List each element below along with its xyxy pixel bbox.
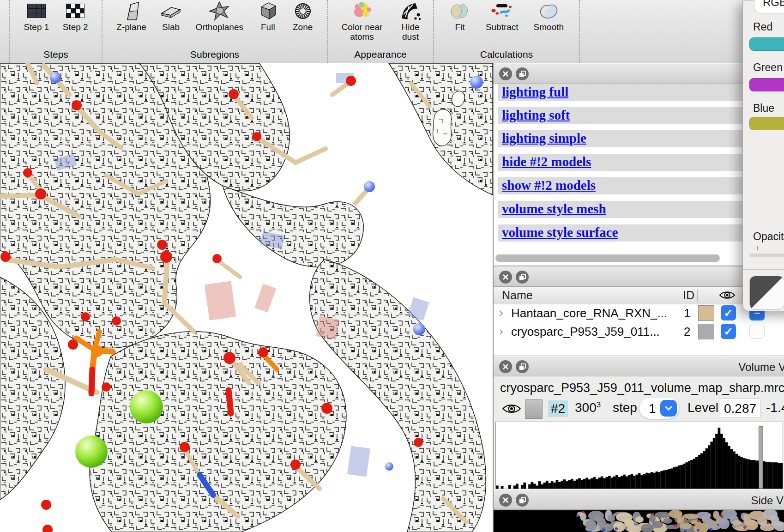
zplane-button[interactable]: Z-plane [116,1,146,32]
section-label-steps: Steps [10,49,102,63]
right-panel-column: lighting full lighting soft lighting sim… [493,63,784,532]
zone-ring-icon [293,1,313,21]
model-name: cryosparc_P953_J59_011... [511,325,660,339]
blue-slider[interactable] [749,117,784,130]
models-panel-titlebar [494,266,784,287]
link-volume-style-surface[interactable]: volume style surface [502,225,618,240]
opacity-label: Opacit [753,230,784,243]
plane-icon [121,1,142,21]
close-icon[interactable] [499,271,512,284]
grid-checker-icon [65,1,85,21]
models-table-header: Name ID [494,287,784,304]
volume-viewer-titlebar: Volume V [494,356,784,376]
blue-label: Blue [753,102,774,115]
id-column-header[interactable]: ID [683,289,694,302]
section-label-calculations: Calculations [434,49,579,63]
opacity-tick [757,246,758,250]
link-lighting-simple[interactable]: lighting simple [502,131,586,146]
density-histogram-box [495,422,783,489]
section-label-appearance: Appearance [328,49,433,63]
section-label-subregions: Subregions [103,49,327,63]
panel-title: Volume V [738,361,784,374]
level-label: Level [688,400,718,415]
model-row-1[interactable]: › Hantaan_core_RNA_RXN_... 1 ✓ − [494,304,784,322]
current-color-swatch[interactable] [749,276,784,310]
undock-icon[interactable] [516,67,529,80]
model-color-swatch[interactable] [698,305,714,321]
red-slider[interactable] [749,37,784,51]
red-label: Red [753,21,772,33]
model-row-2[interactable]: › cryosparc_P953_J59_011... 2 ✓ [494,322,784,341]
toolbar-section-appearance: Color near atoms Hide dust Appearance [327,0,433,63]
fit-blobs-icon [449,1,470,21]
step-dropdown[interactable]: 1 [639,398,679,419]
horizontal-scrollbar-thumb[interactable] [495,254,720,262]
name-column-header[interactable]: Name [502,289,533,302]
volume-controls-row: #2 3003 step 1 Level 0.287 -1.4 [494,397,784,422]
undock-icon[interactable] [516,271,529,284]
step1-button[interactable]: Step 1 [24,1,49,32]
chimerax-window: Step 1 Step 2 Steps Z-plane [0,0,784,532]
chevron-down-icon[interactable] [660,400,677,417]
step2-button[interactable]: Step 2 [63,1,88,32]
model-color-swatch[interactable] [698,324,714,339]
slab-button[interactable]: Slab [160,1,181,32]
color-mode-dropdown[interactable]: RGB [754,0,784,13]
volume-shown-eye-icon[interactable] [502,402,521,417]
density-mesh-surface [0,63,493,532]
slab-icon [160,1,181,21]
smooth-button[interactable]: Smooth [534,1,564,32]
undock-icon[interactable] [516,494,529,507]
link-volume-style-mesh[interactable]: volume style mesh [502,201,606,217]
zone-button[interactable]: Zone [293,1,313,32]
expand-chevron-icon[interactable]: › [499,306,503,320]
grid-solid-icon [26,1,47,21]
links-panel-titlebar [494,63,784,84]
model-id: 1 [684,306,690,320]
expand-chevron-icon[interactable]: › [499,324,503,339]
green-label: Green [753,61,783,74]
link-lighting-full[interactable]: lighting full [502,85,568,100]
level-input[interactable]: 0.287 [720,399,760,418]
link-show-models[interactable]: show #!2 models [502,178,596,193]
side-view-scene[interactable] [494,510,784,532]
orthoplanes-icon [209,1,230,21]
toolbar-section-subregions: Z-plane Slab Orthoplanes [102,0,327,63]
close-icon[interactable] [499,494,512,507]
full-button[interactable]: Full [257,1,278,32]
close-icon[interactable] [499,67,512,80]
volume-filename: cryosparc_P953_J59_011_volume_map_sharp.… [500,381,784,395]
dust-fan-icon [400,1,421,21]
subtract-button[interactable]: Subtract [486,1,519,32]
color-editor-panel: RGB Red Green Blue Opacit [742,0,784,311]
undock-icon[interactable] [516,360,529,373]
link-hide-models[interactable]: hide #!2 models [502,154,591,169]
model-shown-checkbox[interactable]: ✓ [721,324,736,339]
toolbar-item-label: Step 2 [63,22,88,32]
volume-color-swatch[interactable] [525,399,543,419]
hide-dust-button[interactable]: Hide dust [396,1,425,42]
opacity-slider[interactable] [749,254,784,257]
graphics-viewport-3d[interactable] [0,63,493,532]
panel-title: Side Vi [751,494,784,507]
orthoplanes-button[interactable]: Orthoplanes [195,1,243,32]
close-icon[interactable] [499,360,512,373]
panel-divider [743,269,784,270]
volume-model-id: #2 [548,400,568,417]
map-toolbar: Step 1 Step 2 Steps Z-plane [0,0,784,63]
level-marker-handle [759,427,763,489]
green-slider[interactable] [749,78,784,91]
link-lighting-soft[interactable]: lighting soft [502,108,570,123]
toolbar-section-steps: Step 1 Step 2 Steps [9,0,102,63]
model-shown-checkbox[interactable]: ✓ [721,305,736,320]
shown-column-eye-icon [719,290,736,302]
step-label: step [613,400,637,415]
fit-button[interactable]: Fit [449,1,470,32]
step-value: 1 [649,401,656,416]
side-view-titlebar: Side Vi [494,490,784,510]
density-histogram[interactable] [496,422,783,489]
color-near-atoms-button[interactable]: Color near atoms [336,1,388,42]
range-min-value: -1.4 [766,400,784,415]
model-selection-checkbox[interactable] [749,324,765,339]
toolbar-item-label: Step 1 [24,22,49,32]
